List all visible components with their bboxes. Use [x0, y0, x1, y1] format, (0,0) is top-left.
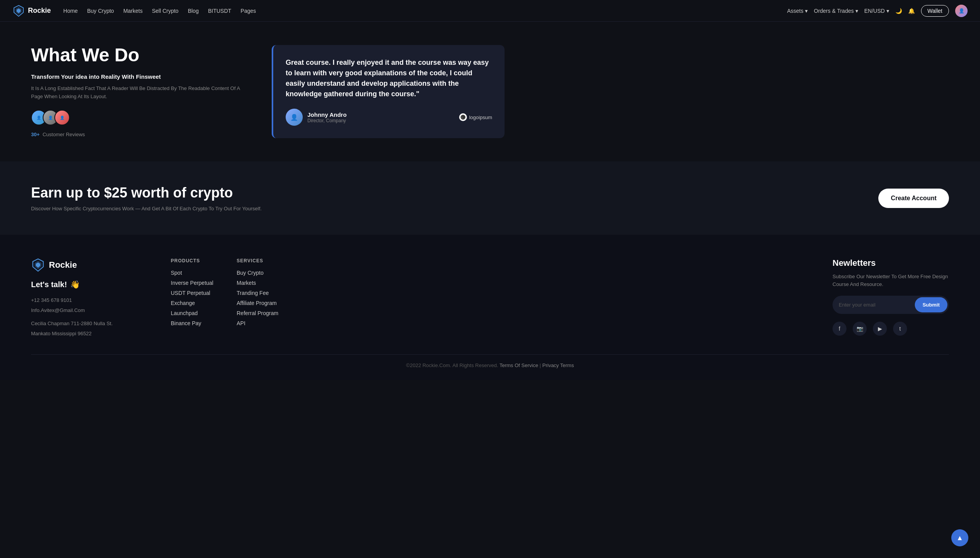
newsletter-heading: Newletters [833, 258, 949, 268]
what-we-do-left: What We Do Transform Your idea into Real… [31, 45, 248, 137]
dark-mode-toggle[interactable]: 🌙 [895, 8, 902, 14]
nav-links: Home Buy Crypto Markets Sell Crypto Blog… [63, 8, 787, 14]
footer-brand: Rockie Let's talk! 👋 +12 345 678 9101 In… [31, 258, 140, 339]
author-name: Johnny Andro [307, 111, 347, 118]
privacy-link[interactable]: Privacy Terms [542, 362, 574, 368]
nav-sell-crypto[interactable]: Sell Crypto [152, 8, 178, 14]
testimonial-text: Great course. I really enjoyed it and th… [286, 57, 492, 99]
logoipsum-icon: L [459, 113, 467, 121]
youtube-icon[interactable]: ▶ [873, 322, 887, 336]
instagram-icon[interactable]: 📷 [853, 322, 867, 336]
nav-bitusdt[interactable]: BITUSDT [208, 8, 231, 14]
social-links: f 📷 ▶ t [833, 322, 949, 336]
author-avatar: 👤 [286, 109, 303, 126]
footer-usdt-perpetual[interactable]: USDT Perpetual [171, 290, 213, 296]
currency-dropdown[interactable]: EN/USD ▾ [864, 8, 889, 14]
footer-referral-program[interactable]: Referral Program [237, 310, 278, 316]
facebook-icon[interactable]: f [833, 322, 846, 336]
what-we-do-description: It Is A Long Established Fact That A Rea… [31, 85, 248, 101]
user-avatar[interactable]: 👤 [955, 5, 968, 17]
copyright-text: ©2022 Rockie.Com. All Rights Reserved. [406, 362, 498, 368]
submit-button[interactable]: Submit [915, 297, 947, 312]
earn-title: Earn up to $25 worth of crypto [31, 185, 262, 201]
logoipsum-text: logoipsum [469, 114, 492, 120]
main-content: What We Do Transform Your idea into Real… [0, 0, 980, 380]
footer-inverse-perpetual[interactable]: Inverse Perpetual [171, 280, 213, 286]
newsletter-section: Newletters Subscribe Our Newsletter To G… [833, 258, 949, 339]
twitter-icon[interactable]: t [893, 322, 907, 336]
footer-email: Info.Avitex@Gmail.Com [31, 305, 140, 315]
nav-buy-crypto[interactable]: Buy Crypto [87, 8, 114, 14]
reviews-label: Customer Reviews [43, 132, 85, 137]
footer-brand-name: Rockie [49, 260, 77, 270]
footer-contact: +12 345 678 9101 Info.Avitex@Gmail.Com C… [31, 295, 140, 339]
footer-bottom: ©2022 Rockie.Com. All Rights Reserved. T… [31, 354, 949, 368]
footer-tranding-fee[interactable]: Tranding Fee [237, 290, 278, 296]
author-role: Director, Company [307, 118, 347, 123]
brand-name: Rockie [28, 7, 51, 15]
footer-spot[interactable]: Spot [171, 270, 213, 276]
notifications-bell[interactable]: 🔔 [908, 8, 915, 14]
footer-launchpad[interactable]: Launchpad [171, 310, 213, 316]
navbar: Rockie Home Buy Crypto Markets Sell Cryp… [0, 0, 980, 22]
terms-link[interactable]: Terms Of Service [500, 362, 538, 368]
testimonial-author: 👤 Johnny Andro Director, Company L logoi… [286, 109, 492, 126]
nav-right: Assets ▾ Orders & Trades ▾ EN/USD ▾ 🌙 🔔 … [787, 5, 968, 17]
what-we-do-subtitle: Transform Your idea into Reality With Fi… [31, 73, 248, 80]
orders-trades-dropdown[interactable]: Orders & Trades ▾ [814, 8, 858, 14]
what-we-do-title: What We Do [31, 45, 248, 66]
wave-emoji: 👋 [70, 280, 80, 289]
assets-dropdown[interactable]: Assets ▾ [787, 8, 808, 14]
nav-blog[interactable]: Blog [188, 8, 199, 14]
create-account-button[interactable]: Create Account [878, 189, 949, 208]
footer-exchange[interactable]: Exchange [171, 300, 213, 306]
reviewer-avatars: 👤 👤 👤 [31, 110, 248, 125]
chevron-down-icon: ▾ [855, 8, 858, 14]
footer-binance-pay[interactable]: Binance Pay [171, 320, 213, 326]
products-column: PRODUCTS Spot Inverse Perpetual USDT Per… [171, 258, 213, 339]
nav-home[interactable]: Home [63, 8, 78, 14]
earn-section: Earn up to $25 worth of crypto Discover … [0, 161, 980, 235]
reviews-text: 30+ Customer Reviews [31, 132, 248, 137]
testimonial-card: Great course. I really enjoyed it and th… [272, 45, 505, 138]
products-heading: PRODUCTS [171, 258, 213, 263]
earn-left: Earn up to $25 worth of crypto Discover … [31, 185, 262, 211]
chevron-down-icon: ▾ [805, 8, 808, 14]
footer-buy-crypto[interactable]: Buy Crypto [237, 270, 278, 276]
footer-phone: +12 345 678 9101 [31, 295, 140, 305]
footer-main: Rockie Let's talk! 👋 +12 345 678 9101 In… [31, 258, 949, 339]
author-info: 👤 Johnny Andro Director, Company [286, 109, 347, 126]
footer-api[interactable]: API [237, 320, 278, 326]
footer-logo: Rockie [31, 258, 140, 272]
footer-address: Cecilia Chapman 711-2880 Nulla St. Manka… [31, 319, 140, 339]
scroll-to-top-button[interactable]: ▲ [951, 529, 968, 546]
footer-lets-talk: Let's talk! 👋 [31, 280, 140, 289]
wallet-button[interactable]: Wallet [921, 5, 949, 17]
reviewer-avatar-3: 👤 [54, 110, 70, 125]
footer: Rockie Let's talk! 👋 +12 345 678 9101 In… [0, 235, 980, 380]
nav-pages[interactable]: Pages [241, 8, 256, 14]
author-details: Johnny Andro Director, Company [307, 111, 347, 123]
svg-text:L: L [461, 116, 463, 119]
reviews-count: 30+ [31, 132, 40, 137]
services-heading: SERVICES [237, 258, 278, 263]
footer-markets[interactable]: Markets [237, 280, 278, 286]
footer-affiliate-program[interactable]: Affiliate Program [237, 300, 278, 306]
chevron-down-icon: ▾ [886, 8, 889, 14]
logoipsum-logo: L logoipsum [459, 113, 492, 121]
email-input[interactable] [833, 296, 913, 314]
services-column: SERVICES Buy Crypto Markets Tranding Fee… [237, 258, 278, 339]
newsletter-description: Subscribe Our Newsletter To Get More Fre… [833, 273, 949, 288]
email-form: Submit [833, 296, 949, 314]
what-we-do-section: What We Do Transform Your idea into Real… [0, 22, 980, 161]
nav-markets[interactable]: Markets [123, 8, 143, 14]
footer-columns: PRODUCTS Spot Inverse Perpetual USDT Per… [171, 258, 801, 339]
nav-logo[interactable]: Rockie [12, 5, 51, 17]
earn-description: Discover How Specific Cryptocurrencies W… [31, 206, 262, 211]
